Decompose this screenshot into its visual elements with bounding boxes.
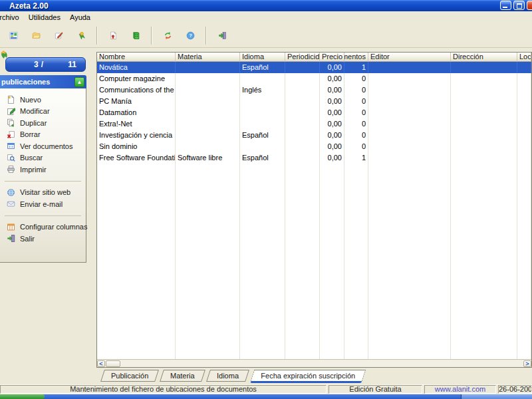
table-cell (451, 141, 517, 152)
maximize-button[interactable] (513, 1, 525, 10)
sidebar-item-nuevo[interactable]: Nuevo (0, 94, 86, 106)
table-cell (176, 96, 240, 107)
column-header-localidad[interactable]: Localidad (517, 53, 531, 62)
column-header-direccion[interactable]: Dirección (451, 53, 517, 62)
table-cell: Software libre (176, 152, 240, 164)
sidebar-item-enviar-email[interactable]: Enviar e-mail (0, 198, 86, 210)
table-row[interactable]: Extra!-Net0,000 (97, 118, 531, 130)
table-row[interactable]: Sin dominio0,000 (97, 141, 531, 152)
scrollbar-thumb[interactable] (106, 360, 120, 367)
main-content: 3 / 11 publicaciones NuevoModificarDupli… (0, 48, 532, 384)
toolbar-button-edit-note[interactable] (47, 25, 70, 46)
toolbar-separator (205, 27, 207, 45)
menu-ayuda[interactable]: Ayuda (65, 12, 95, 23)
table-cell (517, 130, 531, 141)
toolbar-button-help[interactable]: ? (179, 25, 201, 46)
green-cabinet-icon (132, 31, 140, 40)
toolbar-button-folder[interactable] (25, 25, 47, 46)
table-cell: 0 (344, 73, 368, 84)
table-cell (517, 107, 531, 118)
toolbar-button-publications-grid[interactable] (2, 25, 25, 46)
tab-materia[interactable]: Materia (160, 370, 205, 382)
column-header-periodicidad[interactable]: Periodicidad (285, 53, 320, 62)
award-ribbon-icon (77, 31, 86, 40)
tab-fecha-expiracion-suscripcion[interactable]: Fecha expiración suscripción (250, 370, 366, 383)
horizontal-scrollbar[interactable] (97, 359, 531, 367)
sidebar-item-visitar-sitio-web[interactable]: Visitar sitio web (0, 187, 86, 199)
record-counter-area: 3 / 11 (0, 50, 88, 72)
column-header-documentos[interactable]: Documentos (344, 53, 368, 62)
panel-separator (5, 215, 81, 216)
table-cell (517, 152, 531, 164)
table-cell (97, 164, 176, 359)
table-cell: Extra!-Net (97, 118, 176, 130)
column-header-materia[interactable]: Materia (176, 53, 240, 62)
table-cell: 1 (344, 152, 368, 164)
close-button[interactable] (527, 1, 532, 10)
table-row[interactable]: Communications of the ACMInglés0,000 (97, 84, 531, 96)
menu-utilidades[interactable]: Utilidades (24, 12, 65, 23)
table-cell: 0 (344, 130, 368, 141)
scroll-left-icon[interactable] (97, 360, 105, 367)
column-header-editor[interactable]: Editor (368, 53, 451, 62)
toolbar-button-award-ribbon[interactable] (70, 25, 92, 46)
table-cell (451, 73, 517, 84)
table-cell: 0 (344, 107, 368, 118)
table-row[interactable]: Free Software FoundationSoftware libreEs… (97, 152, 531, 164)
toolbar-button-refresh[interactable] (156, 25, 179, 46)
windows-taskbar[interactable] (0, 394, 532, 399)
table-cell (240, 118, 285, 130)
table-cell: 0 (344, 141, 368, 152)
counter-current: 3 (34, 60, 39, 69)
table-cell: Español (240, 152, 285, 164)
tab-idioma[interactable]: Idioma (206, 370, 249, 382)
collapse-panel-button[interactable] (74, 77, 84, 87)
table-cell (368, 152, 451, 164)
toolbar-button-green-cabinet[interactable] (124, 25, 147, 46)
minimize-button[interactable] (500, 1, 511, 10)
table-header: NombreMateriaIdiomaPeriodicidadPrecioDoc… (97, 53, 531, 62)
help-icon: ? (186, 31, 195, 40)
start-button-fragment[interactable] (0, 394, 45, 399)
table-cell (176, 141, 240, 152)
table-cell (240, 96, 285, 107)
table-row[interactable]: Datamation0,000 (97, 107, 531, 118)
column-header-nombre[interactable]: Nombre (97, 53, 176, 62)
table-cell (285, 141, 320, 152)
toolbar-button-certificate-document[interactable] (102, 25, 124, 46)
table-cell (451, 130, 517, 141)
menu-archivo[interactable]: Archivo (0, 12, 24, 23)
website-link[interactable]: www.alanit.com (424, 385, 496, 394)
table-cell (320, 164, 344, 359)
sidebar-item-configurar-columnas[interactable]: Configurar columnas (0, 221, 86, 233)
sidebar-item-borrar[interactable]: Borrar (0, 129, 86, 141)
column-header-idioma[interactable]: Idioma (240, 53, 285, 62)
table-cell (240, 73, 285, 84)
view-documents-icon (7, 142, 15, 150)
table-cell (285, 84, 320, 96)
table-cell: 0,00 (320, 141, 344, 152)
table-cell (285, 164, 320, 359)
sidebar-item-modificar[interactable]: Modificar (0, 106, 86, 118)
table-cell: PC Manía (97, 96, 176, 107)
table-cell (451, 152, 517, 164)
table-cell (176, 62, 240, 73)
table-row[interactable]: Computer magazine0,000 (97, 73, 531, 84)
table-row[interactable]: Investigación y cienciaEspañol0,000 (97, 130, 531, 141)
panel-title: publicaciones (1, 78, 50, 86)
sidebar-item-imprimir[interactable]: Imprimir (0, 164, 86, 176)
sidebar-item-ver-documentos[interactable]: Ver documentos (0, 140, 86, 152)
column-header-precio[interactable]: Precio (320, 53, 344, 62)
sidebar-item-salir[interactable]: Salir (0, 233, 86, 245)
toolbar-button-exit-door[interactable] (211, 25, 233, 46)
table-cell: 0 (344, 84, 368, 96)
sidebar-item-duplicar[interactable]: Duplicar (0, 117, 86, 129)
table-row[interactable]: PC Manía0,000 (97, 96, 531, 107)
table-cell: 0,00 (320, 130, 344, 141)
scroll-right-icon[interactable] (523, 360, 531, 367)
tab-publicacion[interactable]: Publicación (100, 370, 159, 382)
table-cell (344, 164, 368, 359)
sidebar-item-buscar[interactable]: Buscar (0, 152, 86, 164)
table-row[interactable]: NováticaEspañol0,001 (97, 62, 531, 73)
table-cell (176, 84, 240, 96)
